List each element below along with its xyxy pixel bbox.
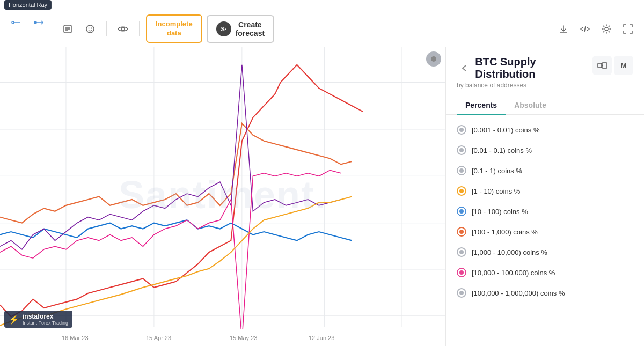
svg-rect-26 (598, 63, 602, 68)
main-content: Santiment. (0, 47, 644, 346)
legend-item[interactable]: [10,000 - 100,000) coins % (446, 262, 644, 283)
legend-list: [0.001 - 0.01) coins %[0.01 - 0.1) coins… (446, 115, 644, 307)
settings-button[interactable] (597, 19, 616, 39)
create-forecast-button[interactable]: S· Createforecast (207, 15, 274, 43)
svg-point-8 (86, 25, 94, 33)
toolbar-divider-2 (139, 21, 140, 36)
toolbar-divider-1 (106, 21, 107, 36)
legend-label: [10,000 - 100,000) coins % (472, 269, 555, 277)
legend-item[interactable]: [0.01 - 0.1) coins % (446, 140, 644, 160)
legend-label: [1,000 - 10,000) coins % (472, 248, 547, 256)
tab-percents[interactable]: Percents (457, 97, 506, 115)
panel-title: BTC Supply Distribution (475, 56, 592, 80)
tab-absolute[interactable]: Absolute (506, 97, 555, 115)
emoji-tool[interactable] (80, 19, 100, 39)
legend-label: [100,000 - 1,000,000) coins % (472, 289, 565, 297)
legend-item[interactable]: [0.1 - 1) coins % (446, 160, 644, 181)
chart-svg[interactable] (0, 47, 445, 346)
panel-header-icons: M (592, 56, 633, 75)
brand-icon: ⚡ (9, 314, 19, 325)
note-tool[interactable] (58, 19, 77, 39)
svg-rect-27 (603, 62, 606, 69)
download-button[interactable] (554, 19, 573, 39)
svg-point-0 (12, 21, 14, 24)
legend-label: [100 - 1,000) coins % (472, 228, 538, 236)
legend-item[interactable]: [100,000 - 1,000,000) coins % (446, 283, 644, 303)
incomplete-data-button[interactable]: Create Incompletedata (146, 14, 202, 43)
panel-header: BTC Supply Distribution by balance of ad… (446, 47, 644, 89)
panel-tabs: Percents Absolute (446, 97, 644, 115)
panel-extra-button[interactable]: M (614, 56, 633, 75)
panel-header-left: BTC Supply Distribution by balance of ad… (457, 56, 592, 89)
x-axis-labels: 16 Mar 23 15 Apr 23 15 May 23 12 Jun 23 (0, 329, 445, 346)
avatar: S· (216, 21, 231, 36)
embed-code-button[interactable] (575, 19, 595, 39)
legend-item[interactable]: [10 - 100) coins % (446, 201, 644, 222)
chart-area: Santiment. (0, 47, 445, 346)
right-panel: BTC Supply Distribution by balance of ad… (445, 47, 644, 346)
legend-label: [0.001 - 0.01) coins % (472, 126, 539, 134)
horizontal-ray-tooltip: Horizontal Ray (4, 0, 52, 10)
legend-label: [10 - 100) coins % (472, 208, 528, 216)
purple-line (0, 65, 341, 249)
orange-line (0, 123, 352, 223)
svg-point-2 (34, 21, 36, 24)
x-label-2: 15 Apr 23 (146, 335, 171, 341)
horizontal-ray-tool[interactable] (29, 13, 48, 32)
legend-label: [0.1 - 1) coins % (472, 167, 522, 175)
x-label-3: 15 May 23 (230, 335, 257, 341)
toolbar: Horizontal Ray (0, 0, 644, 47)
brand-badge: ⚡ instaforex Instant Forex Trading (4, 311, 72, 328)
brand-text: instaforex Instant Forex Trading (23, 313, 68, 326)
svg-point-10 (91, 27, 92, 28)
svg-point-9 (89, 27, 90, 28)
panel-subtitle: by balance of addresses (457, 82, 592, 89)
x-label-1: 16 Mar 23 (62, 335, 89, 341)
legend-item[interactable]: [100 - 1,000) coins % (446, 222, 644, 242)
eye-tool[interactable] (113, 19, 133, 39)
legend-item[interactable]: [1 - 10) coins % (446, 181, 644, 201)
legend-label: [0.01 - 0.1) coins % (472, 146, 532, 154)
panel-mode-button[interactable] (592, 56, 612, 75)
legend-label: [1 - 10) coins % (472, 187, 520, 195)
draw-line-tool[interactable] (6, 13, 26, 32)
x-label-4: 12 Jun 23 (309, 335, 334, 341)
fullscreen-button[interactable] (618, 19, 638, 39)
legend-item[interactable]: [0.001 - 0.01) coins % (446, 120, 644, 140)
chart-corner-button[interactable] (426, 51, 441, 67)
legend-item[interactable]: [1,000 - 10,000) coins % (446, 242, 644, 262)
svg-point-25 (431, 56, 436, 62)
svg-point-13 (605, 27, 608, 31)
svg-point-11 (121, 27, 125, 31)
panel-back-button[interactable] (457, 60, 473, 77)
red-line (0, 65, 363, 317)
